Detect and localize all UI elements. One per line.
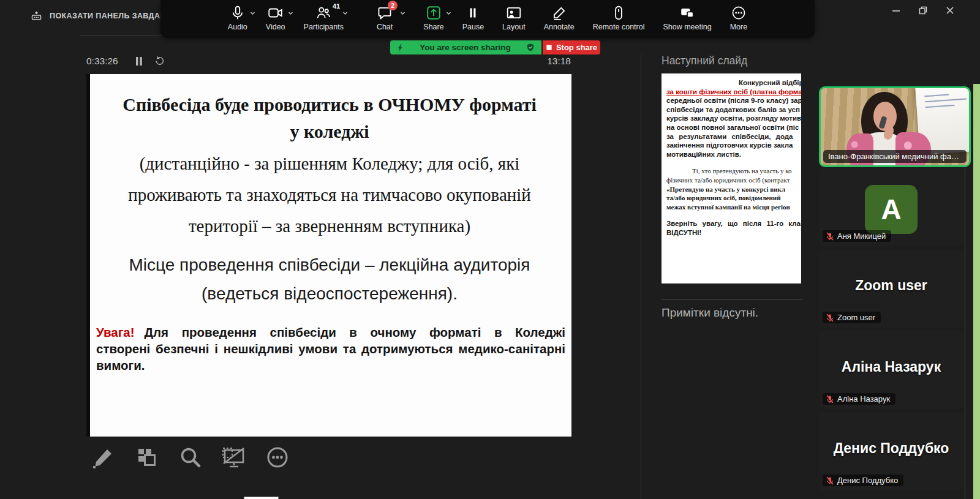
preview-line: ВІДСУТНІ! — [666, 228, 801, 238]
share-button[interactable]: Share — [423, 4, 443, 31]
layout-icon — [506, 5, 522, 21]
layout-label: Layout — [502, 23, 526, 31]
remote-control-button[interactable]: Remote control — [593, 4, 645, 31]
participant-name-pill: Денис Поддубко — [823, 475, 903, 486]
pen-icon — [91, 445, 116, 470]
more-options-button[interactable] — [263, 443, 292, 472]
minimize-button[interactable] — [891, 5, 902, 16]
preview-line — [666, 159, 801, 167]
participants-count-badge: 41 — [333, 2, 340, 10]
stop-share-button[interactable]: Stop share — [543, 40, 600, 54]
zoom-slide-button[interactable] — [176, 443, 205, 472]
preview-line: курсів закладу освіти, розгляду мотив — [666, 114, 801, 123]
annotate-label: Annotate — [544, 23, 575, 31]
pencil-icon — [551, 5, 567, 21]
divider — [662, 299, 802, 300]
stop-share-label: Stop share — [556, 43, 597, 52]
restart-timer-button[interactable] — [154, 56, 165, 69]
pause-icon — [466, 5, 480, 21]
pause-label: Pause — [462, 23, 484, 31]
shield-check-icon[interactable] — [526, 42, 535, 53]
chat-label: Chat — [377, 23, 393, 31]
slide-paragraph-1: (дистанційно - за рішенням Коледжу; для … — [108, 148, 551, 242]
more-button[interactable]: More — [730, 4, 747, 31]
preview-line: співбесіди та додаткових балів за усп — [666, 105, 801, 114]
preview-line: за кошти фізичних осіб (платна форма) — [666, 88, 801, 97]
black-screen-button[interactable] — [220, 443, 248, 472]
preview-line: Зверніть увагу, що після 11-го класу — [666, 219, 801, 228]
presentation-timer: 0:33:26 — [86, 56, 118, 67]
magnifier-icon — [178, 445, 203, 470]
chevron-down-icon[interactable] — [287, 10, 294, 17]
annotate-button[interactable]: Annotate — [544, 4, 575, 31]
participant-name-pill: Аня Микицей — [823, 230, 891, 242]
participant-name-pill: Zoom user — [823, 312, 881, 323]
sharing-status-text: You are screen sharing — [410, 43, 521, 52]
microphone-icon — [230, 5, 246, 21]
participants-label: Participants — [304, 23, 344, 31]
window-controls — [891, 5, 956, 16]
avatar: А — [865, 185, 918, 234]
mic-muted-icon — [826, 313, 834, 322]
remote-control-label: Remote control — [593, 23, 645, 31]
flash-icon — [396, 43, 405, 53]
participant-tile[interactable]: Zoom user Zoom user — [819, 249, 963, 328]
chevron-down-icon[interactable] — [342, 10, 349, 17]
mic-muted-icon — [826, 395, 834, 403]
layout-button[interactable]: Layout — [502, 4, 526, 31]
mic-muted-icon — [826, 232, 834, 241]
active-speaker-video[interactable]: Івано-Франківський медичний фахо... — [819, 86, 971, 167]
mouse-icon — [611, 5, 627, 21]
attention-label: Увага! — [96, 325, 144, 339]
participant-big-name: Zoom user — [819, 277, 963, 294]
preview-line: мотиваційних листів. — [666, 150, 801, 159]
pause-timer-button[interactable] — [135, 57, 143, 68]
participant-big-name: Аліна Назарук — [819, 359, 963, 375]
preview-line: Конкурсний відбір на навчання — [666, 78, 801, 88]
video-label: Video — [266, 23, 285, 31]
meeting-toolbar: Audio Video 41 Participants 2 Chat — [160, 0, 815, 38]
chat-button[interactable]: 2 Chat — [377, 4, 393, 31]
close-button[interactable] — [944, 5, 956, 16]
chevron-down-icon[interactable] — [399, 10, 406, 17]
show-meeting-button[interactable]: Show meeting — [663, 4, 711, 31]
participant-tile[interactable]: Аліна Назарук Аліна Назарук — [819, 331, 963, 409]
restore-icon — [919, 6, 927, 15]
divider — [641, 54, 641, 499]
more-options-icon — [265, 445, 290, 470]
pen-tool-button[interactable] — [89, 443, 118, 472]
share-screen-icon — [426, 5, 442, 21]
speaker-name-label: Івано-Франківський медичний фахо... — [823, 150, 967, 163]
participant-tile[interactable]: А Аня Микицей — [819, 168, 963, 246]
video-button[interactable]: Video — [266, 4, 285, 31]
slide-title: Співбесіда буде проводитись в ОЧНОМУ фор… — [108, 91, 551, 144]
next-slide-preview[interactable]: Конкурсний відбір на навчання за кошти ф… — [662, 73, 801, 283]
audio-button[interactable]: Audio — [228, 4, 247, 31]
windows-icon — [679, 5, 695, 21]
slide-sorter-button[interactable] — [133, 443, 161, 472]
chat-unread-badge: 2 — [388, 1, 398, 10]
participants-button[interactable]: 41 Participants — [304, 4, 344, 31]
restart-timer-icon — [154, 56, 165, 66]
current-slide: Співбесіда буде проводитись в ОЧНОМУ фор… — [86, 74, 571, 437]
preview-line: середньої освіти (після 9-го класу) зара — [666, 96, 801, 105]
preview-line: за результатами співбесіди, дода — [666, 132, 801, 141]
preview-line: Ті, хто претендують на участь у ко — [666, 167, 801, 176]
slide-thumbnail-edge — [244, 497, 279, 499]
mic-muted-icon — [826, 476, 834, 485]
zoom-meeting-window: ПОКАЗАТИ ПАНЕЛЬ ЗАВДАНЬ Audio Video 41 — [0, 0, 980, 499]
preview-line: на основі повної загальної освіти (піс — [666, 123, 801, 132]
preview-line: та/або юридичних осіб, повідомлений — [666, 193, 801, 203]
participants-icon — [315, 5, 331, 21]
preview-line — [666, 211, 801, 219]
participant-tile[interactable]: Денис Поддубко Денис Поддубко — [819, 412, 963, 490]
chevron-down-icon[interactable] — [445, 10, 452, 17]
participant-name-pill: Аліна Назарук — [823, 393, 895, 405]
restore-button[interactable] — [918, 5, 929, 16]
chevron-down-icon[interactable] — [249, 10, 256, 17]
notes-text: Примітки відсутні. — [662, 306, 758, 320]
sharing-status: You are screen sharing — [390, 40, 541, 54]
pause-share-button[interactable]: Pause — [462, 4, 484, 31]
presenter-tools — [89, 443, 292, 472]
show-taskbar-button[interactable]: ПОКАЗАТИ ПАНЕЛЬ ЗАВДАНЬ — [31, 10, 172, 21]
